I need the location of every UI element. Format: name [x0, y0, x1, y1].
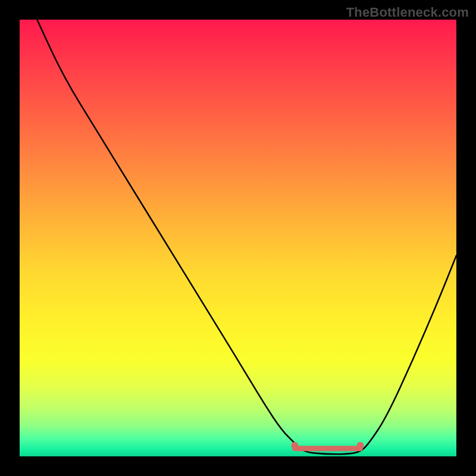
- watermark-text: TheBottleneck.com: [346, 5, 469, 20]
- marker-left: [291, 442, 298, 449]
- bottleneck-curve: [37, 20, 456, 454]
- chart-frame: TheBottleneck.com: [0, 0, 476, 476]
- marker-right: [357, 442, 364, 449]
- curves-svg: [20, 20, 456, 456]
- plot-area: [20, 20, 456, 456]
